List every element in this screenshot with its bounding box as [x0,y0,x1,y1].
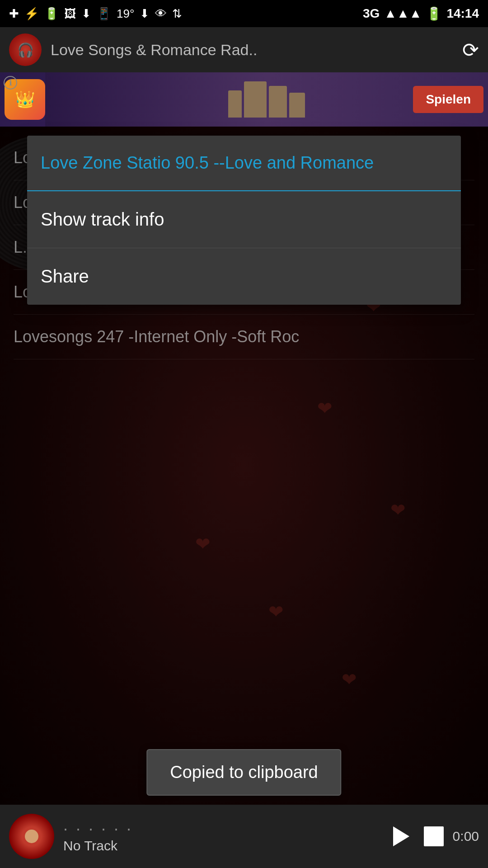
app-toolbar: 🎧 Love Songs & Romance Rad.. ⟳ [0,27,488,72]
download-icon: ⬇ [81,7,91,21]
app-logo: 🎧 [9,33,42,66]
player-track-label: No Track [63,838,379,854]
ad-building-1 [228,90,242,118]
ad-building-3 [269,86,287,118]
player-dots: · · · · · · [63,819,379,838]
context-menu: Love Zone Statio 90.5 --Love and Romance… [27,136,461,305]
play-triangle-icon [393,826,409,846]
ad-image-area: Spielen [45,72,488,127]
ad-info-icon: ℹ [4,76,17,90]
status-bar: ✚ ⚡ 🔋 🖼 ⬇ 📱 19° ⬇ 👁 ⇅ 3G ▲▲▲ 🔋 14:14 [0,0,488,27]
ad-banner[interactable]: ℹ 👑 Spielen [0,72,488,127]
download2-icon: ⬇ [140,7,150,21]
clipboard-toast: Copied to clipboard [146,749,341,796]
context-menu-title: Love Zone Statio 90.5 --Love and Romance [27,136,461,191]
show-track-info-item[interactable]: Show track info [27,191,461,248]
play-button[interactable] [388,823,415,850]
status-bar-left: ✚ ⚡ 🔋 🖼 ⬇ 📱 19° ⬇ 👁 ⇅ [9,7,182,21]
image-icon: 🖼 [64,7,76,21]
eye-icon: 👁 [155,7,167,21]
add-icon: ✚ [9,7,19,21]
battery-full-icon: 🔋 [44,7,59,21]
share-item[interactable]: Share [27,248,461,305]
ad-building-2 [244,81,267,118]
refresh-button[interactable]: ⟳ [462,38,479,61]
app-title: Love Songs & Romance Rad.. [51,41,453,59]
network-label: 3G [363,6,380,21]
battery-icon: 🔋 [426,6,442,21]
usb-icon: ⚡ [24,7,39,21]
player-thumbnail [9,814,54,859]
temperature-icon: 19° [117,7,134,21]
player-controls [388,823,444,850]
ad-play-button[interactable]: Spielen [413,86,483,113]
player-bar: · · · · · · No Track 0:00 [0,805,488,868]
player-time: 0:00 [453,829,479,844]
signal-icon: ▲▲▲ [384,6,422,21]
data-sync-icon: ⇅ [172,7,182,21]
ad-buildings [228,81,305,118]
phone-icon: 📱 [97,7,111,21]
stop-button[interactable] [424,826,444,846]
ad-building-4 [289,93,305,118]
status-bar-right: 3G ▲▲▲ 🔋 14:14 [363,6,479,21]
logo-headphones-icon: 🎧 [17,42,34,58]
player-thumb-inner [25,830,38,843]
time-label: 14:14 [446,6,479,21]
player-info: · · · · · · No Track [63,819,379,854]
